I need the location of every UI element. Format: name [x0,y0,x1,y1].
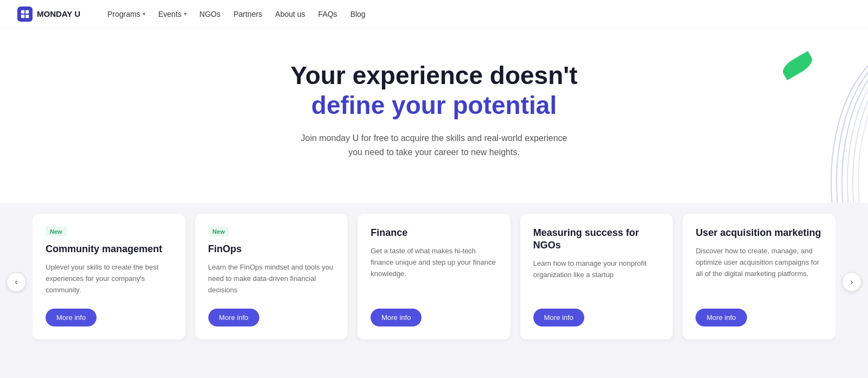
nav-link-4[interactable]: About us [270,7,310,22]
card: NewCommunity managementUplevel your skil… [33,214,186,340]
nav-item-partners[interactable]: Partners [228,7,267,22]
more-info-button[interactable]: More info [533,309,584,326]
nav-link-6[interactable]: Blog [345,7,371,22]
nav-list: Programs▾Events▾NGOsPartnersAbout usFAQs… [102,7,371,22]
logo-icon [17,7,33,22]
prev-arrow[interactable]: ‹ [7,272,26,292]
nav-item-blog[interactable]: Blog [345,7,371,22]
deco-leaf [780,51,815,80]
chevron-down-icon: ▾ [184,11,187,17]
card-description: Learn how to manage your nonprofit organ… [533,258,660,296]
nav-link-5[interactable]: FAQs [313,7,343,22]
card-title: User acquisition marketing [695,227,822,239]
more-info-button[interactable]: More info [46,309,97,326]
nav-item-ngos[interactable]: NGOs [194,7,226,22]
svg-rect-2 [21,14,24,17]
hero-section: Your experience doesn't define your pote… [0,28,868,203]
card-title: FinOps [208,243,335,255]
nav-link-1[interactable]: Events▾ [153,7,192,22]
card: NewFinOpsLearn the FinOps mindset and to… [195,214,348,340]
nav-item-programs[interactable]: Programs▾ [102,7,151,22]
hero-subtitle: Join monday U for free to acquire the sk… [293,131,575,159]
nav-item-about-us[interactable]: About us [270,7,310,22]
deco-lines [760,28,868,203]
hero-heading: Your experience doesn't define your pote… [244,61,624,120]
card-title: Community management [46,243,173,255]
more-info-button[interactable]: More info [208,309,259,326]
logo[interactable]: MONDAY U [17,7,80,22]
card-description: Get a taste of what makes hi-tech financ… [371,246,497,296]
more-info-button[interactable]: More info [371,309,422,326]
nav-item-faqs[interactable]: FAQs [313,7,343,22]
navbar: MONDAY U Programs▾Events▾NGOsPartnersAbo… [0,0,868,28]
carousel-section: ‹ NewCommunity managementUplevel your sk… [0,203,868,378]
card-badge: New [46,227,67,236]
nav-link-3[interactable]: Partners [228,7,267,22]
card: User acquisition marketingDiscover how t… [682,214,835,340]
chevron-down-icon: ▾ [143,11,145,17]
card: FinanceGet a taste of what makes hi-tech… [358,214,510,340]
card-badge: New [208,227,229,236]
cards-wrapper: NewCommunity managementUplevel your skil… [33,203,835,356]
svg-rect-0 [21,10,24,13]
more-info-button[interactable]: More info [695,309,746,326]
svg-rect-1 [25,10,29,13]
nav-link-2[interactable]: NGOs [194,7,226,22]
card: Measuring success for NGOsLearn how to m… [520,214,673,340]
svg-rect-3 [25,14,29,17]
nav-link-0[interactable]: Programs▾ [102,7,151,22]
card-description: Uplevel your skills to create the best e… [46,262,173,296]
logo-text: MONDAY U [37,9,80,18]
card-title: Finance [371,227,497,239]
card-description: Learn the FinOps mindset and tools you n… [208,262,335,296]
card-description: Discover how to create, manage, and opti… [695,246,822,296]
next-arrow[interactable]: › [842,272,861,292]
nav-item-events[interactable]: Events▾ [153,7,192,22]
card-title: Measuring success for NGOs [533,227,660,252]
